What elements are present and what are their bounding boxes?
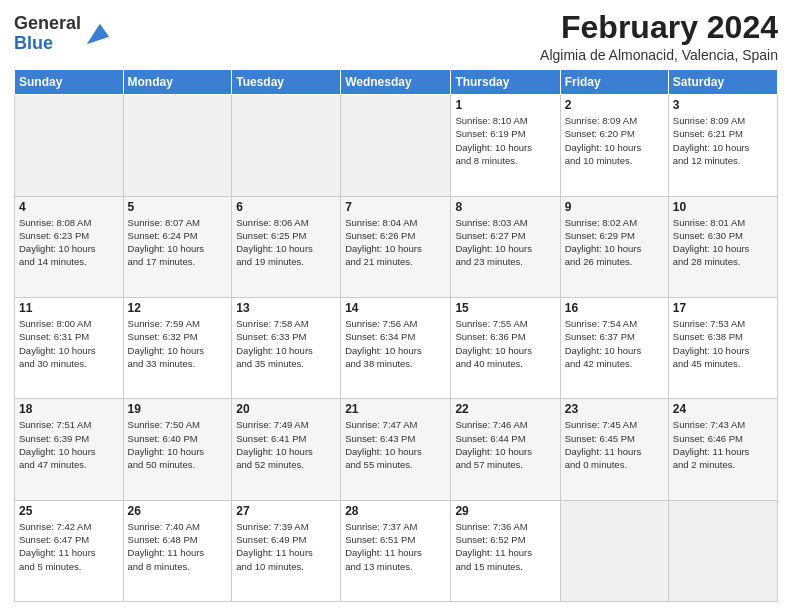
day-number: 29: [455, 504, 555, 518]
calendar-cell: 14Sunrise: 7:56 AM Sunset: 6:34 PM Dayli…: [341, 297, 451, 398]
calendar-table: Sunday Monday Tuesday Wednesday Thursday…: [14, 69, 778, 602]
calendar-header-row: Sunday Monday Tuesday Wednesday Thursday…: [15, 70, 778, 95]
day-number: 14: [345, 301, 446, 315]
calendar-cell: 27Sunrise: 7:39 AM Sunset: 6:49 PM Dayli…: [232, 500, 341, 601]
day-number: 7: [345, 200, 446, 214]
day-number: 28: [345, 504, 446, 518]
calendar-cell: 11Sunrise: 8:00 AM Sunset: 6:31 PM Dayli…: [15, 297, 124, 398]
day-info: Sunrise: 7:37 AM Sunset: 6:51 PM Dayligh…: [345, 520, 446, 573]
calendar-cell: 29Sunrise: 7:36 AM Sunset: 6:52 PM Dayli…: [451, 500, 560, 601]
calendar-cell: 18Sunrise: 7:51 AM Sunset: 6:39 PM Dayli…: [15, 399, 124, 500]
day-info: Sunrise: 8:03 AM Sunset: 6:27 PM Dayligh…: [455, 216, 555, 269]
day-number: 15: [455, 301, 555, 315]
calendar-cell: [560, 500, 668, 601]
day-info: Sunrise: 7:50 AM Sunset: 6:40 PM Dayligh…: [128, 418, 228, 471]
day-number: 11: [19, 301, 119, 315]
logo-general: General: [14, 13, 81, 33]
day-number: 26: [128, 504, 228, 518]
day-number: 5: [128, 200, 228, 214]
col-tuesday: Tuesday: [232, 70, 341, 95]
day-number: 8: [455, 200, 555, 214]
calendar-cell: 20Sunrise: 7:49 AM Sunset: 6:41 PM Dayli…: [232, 399, 341, 500]
calendar-cell: 6Sunrise: 8:06 AM Sunset: 6:25 PM Daylig…: [232, 196, 341, 297]
day-number: 21: [345, 402, 446, 416]
calendar-cell: 10Sunrise: 8:01 AM Sunset: 6:30 PM Dayli…: [668, 196, 777, 297]
logo: General Blue: [14, 14, 111, 54]
day-info: Sunrise: 8:09 AM Sunset: 6:21 PM Dayligh…: [673, 114, 773, 167]
calendar-cell: 1Sunrise: 8:10 AM Sunset: 6:19 PM Daylig…: [451, 95, 560, 196]
calendar-cell: 9Sunrise: 8:02 AM Sunset: 6:29 PM Daylig…: [560, 196, 668, 297]
day-number: 27: [236, 504, 336, 518]
day-number: 4: [19, 200, 119, 214]
calendar-cell: [232, 95, 341, 196]
calendar-cell: [341, 95, 451, 196]
day-info: Sunrise: 8:08 AM Sunset: 6:23 PM Dayligh…: [19, 216, 119, 269]
day-number: 1: [455, 98, 555, 112]
calendar-week-4: 18Sunrise: 7:51 AM Sunset: 6:39 PM Dayli…: [15, 399, 778, 500]
day-info: Sunrise: 7:40 AM Sunset: 6:48 PM Dayligh…: [128, 520, 228, 573]
calendar-week-1: 1Sunrise: 8:10 AM Sunset: 6:19 PM Daylig…: [15, 95, 778, 196]
day-info: Sunrise: 8:02 AM Sunset: 6:29 PM Dayligh…: [565, 216, 664, 269]
calendar-cell: 7Sunrise: 8:04 AM Sunset: 6:26 PM Daylig…: [341, 196, 451, 297]
day-info: Sunrise: 7:45 AM Sunset: 6:45 PM Dayligh…: [565, 418, 664, 471]
col-wednesday: Wednesday: [341, 70, 451, 95]
col-monday: Monday: [123, 70, 232, 95]
svg-marker-0: [87, 24, 109, 45]
page: General Blue February 2024 Algimia de Al…: [0, 0, 792, 612]
calendar-cell: 13Sunrise: 7:58 AM Sunset: 6:33 PM Dayli…: [232, 297, 341, 398]
calendar-week-3: 11Sunrise: 8:00 AM Sunset: 6:31 PM Dayli…: [15, 297, 778, 398]
day-info: Sunrise: 7:58 AM Sunset: 6:33 PM Dayligh…: [236, 317, 336, 370]
day-info: Sunrise: 7:36 AM Sunset: 6:52 PM Dayligh…: [455, 520, 555, 573]
day-number: 6: [236, 200, 336, 214]
calendar-cell: 23Sunrise: 7:45 AM Sunset: 6:45 PM Dayli…: [560, 399, 668, 500]
col-sunday: Sunday: [15, 70, 124, 95]
day-number: 23: [565, 402, 664, 416]
day-number: 12: [128, 301, 228, 315]
day-info: Sunrise: 8:04 AM Sunset: 6:26 PM Dayligh…: [345, 216, 446, 269]
day-info: Sunrise: 7:39 AM Sunset: 6:49 PM Dayligh…: [236, 520, 336, 573]
day-info: Sunrise: 7:59 AM Sunset: 6:32 PM Dayligh…: [128, 317, 228, 370]
calendar-week-5: 25Sunrise: 7:42 AM Sunset: 6:47 PM Dayli…: [15, 500, 778, 601]
day-number: 19: [128, 402, 228, 416]
day-number: 10: [673, 200, 773, 214]
calendar-cell: [123, 95, 232, 196]
month-year: February 2024: [540, 10, 778, 45]
calendar-cell: 26Sunrise: 7:40 AM Sunset: 6:48 PM Dayli…: [123, 500, 232, 601]
calendar-cell: 25Sunrise: 7:42 AM Sunset: 6:47 PM Dayli…: [15, 500, 124, 601]
calendar-cell: 2Sunrise: 8:09 AM Sunset: 6:20 PM Daylig…: [560, 95, 668, 196]
day-info: Sunrise: 8:07 AM Sunset: 6:24 PM Dayligh…: [128, 216, 228, 269]
day-number: 9: [565, 200, 664, 214]
day-info: Sunrise: 7:43 AM Sunset: 6:46 PM Dayligh…: [673, 418, 773, 471]
location: Algimia de Almonacid, Valencia, Spain: [540, 47, 778, 63]
calendar-cell: 5Sunrise: 8:07 AM Sunset: 6:24 PM Daylig…: [123, 196, 232, 297]
calendar-cell: 19Sunrise: 7:50 AM Sunset: 6:40 PM Dayli…: [123, 399, 232, 500]
col-thursday: Thursday: [451, 70, 560, 95]
day-info: Sunrise: 8:10 AM Sunset: 6:19 PM Dayligh…: [455, 114, 555, 167]
calendar-week-2: 4Sunrise: 8:08 AM Sunset: 6:23 PM Daylig…: [15, 196, 778, 297]
day-number: 3: [673, 98, 773, 112]
day-number: 25: [19, 504, 119, 518]
day-number: 20: [236, 402, 336, 416]
col-saturday: Saturday: [668, 70, 777, 95]
header: General Blue February 2024 Algimia de Al…: [14, 10, 778, 63]
day-info: Sunrise: 8:06 AM Sunset: 6:25 PM Dayligh…: [236, 216, 336, 269]
day-info: Sunrise: 7:56 AM Sunset: 6:34 PM Dayligh…: [345, 317, 446, 370]
day-info: Sunrise: 7:53 AM Sunset: 6:38 PM Dayligh…: [673, 317, 773, 370]
day-number: 18: [19, 402, 119, 416]
col-friday: Friday: [560, 70, 668, 95]
calendar-cell: 15Sunrise: 7:55 AM Sunset: 6:36 PM Dayli…: [451, 297, 560, 398]
calendar-cell: 16Sunrise: 7:54 AM Sunset: 6:37 PM Dayli…: [560, 297, 668, 398]
day-number: 17: [673, 301, 773, 315]
calendar-cell: 21Sunrise: 7:47 AM Sunset: 6:43 PM Dayli…: [341, 399, 451, 500]
day-info: Sunrise: 7:42 AM Sunset: 6:47 PM Dayligh…: [19, 520, 119, 573]
day-number: 24: [673, 402, 773, 416]
day-info: Sunrise: 7:49 AM Sunset: 6:41 PM Dayligh…: [236, 418, 336, 471]
day-info: Sunrise: 8:00 AM Sunset: 6:31 PM Dayligh…: [19, 317, 119, 370]
day-info: Sunrise: 7:55 AM Sunset: 6:36 PM Dayligh…: [455, 317, 555, 370]
day-info: Sunrise: 8:09 AM Sunset: 6:20 PM Dayligh…: [565, 114, 664, 167]
title-block: February 2024 Algimia de Almonacid, Vale…: [540, 10, 778, 63]
calendar-cell: 12Sunrise: 7:59 AM Sunset: 6:32 PM Dayli…: [123, 297, 232, 398]
day-info: Sunrise: 7:51 AM Sunset: 6:39 PM Dayligh…: [19, 418, 119, 471]
calendar-cell: 28Sunrise: 7:37 AM Sunset: 6:51 PM Dayli…: [341, 500, 451, 601]
logo-icon: [83, 20, 111, 48]
